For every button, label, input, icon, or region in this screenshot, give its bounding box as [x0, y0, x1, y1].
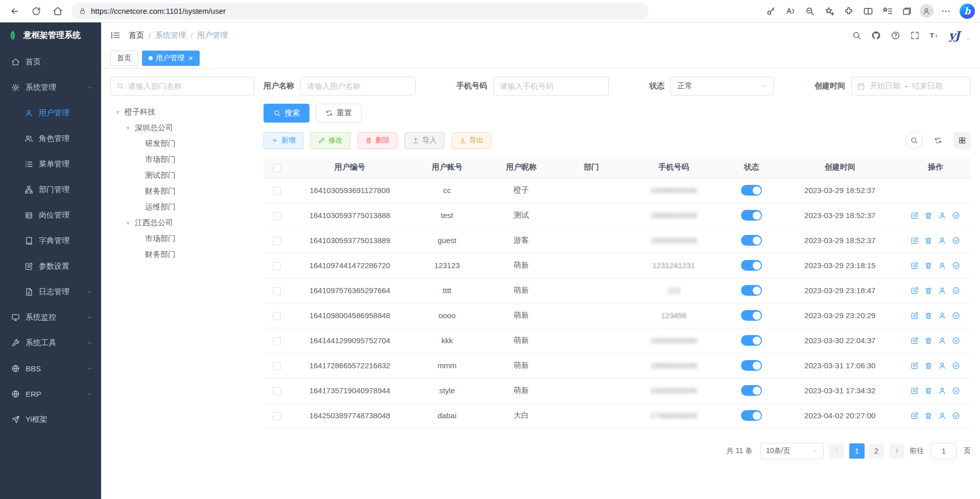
row-checkbox[interactable] — [273, 237, 281, 245]
edit-square-icon[interactable] — [911, 262, 919, 270]
add-favorite-icon[interactable] — [820, 3, 839, 20]
edit-button[interactable]: 修改 — [310, 132, 350, 149]
tree-node[interactable]: ▾深圳总公司 — [110, 120, 254, 136]
breadcrumb-item[interactable]: 首页 — [129, 31, 144, 40]
delete-button[interactable]: 删除 — [357, 132, 397, 149]
tree-node[interactable]: ▾研发部门 — [110, 136, 254, 152]
tree-node[interactable]: ▾市场部门 — [110, 231, 254, 247]
trash-icon[interactable] — [924, 387, 933, 395]
edit-square-icon[interactable] — [911, 287, 919, 295]
read-aloud-icon[interactable] — [781, 3, 800, 20]
row-checkbox[interactable] — [273, 262, 281, 270]
trash-icon[interactable] — [924, 262, 933, 270]
tab-item[interactable]: 首页 — [110, 51, 138, 66]
status-toggle[interactable] — [741, 310, 762, 321]
tree-node[interactable]: ▾测试部门 — [110, 168, 254, 183]
split-screen-icon[interactable] — [858, 3, 878, 20]
status-toggle[interactable] — [741, 185, 762, 196]
sidebar-item[interactable]: 部门管理 — [0, 177, 101, 202]
breadcrumb-item[interactable]: 系统管理 — [155, 31, 186, 40]
edit-square-icon[interactable] — [911, 337, 919, 345]
favorites-icon[interactable] — [878, 3, 897, 20]
trash-icon[interactable] — [924, 337, 933, 345]
menu-fold-icon[interactable] — [110, 30, 121, 40]
home-icon[interactable] — [48, 3, 67, 20]
tab-close-icon[interactable]: × — [188, 54, 193, 62]
edit-square-icon[interactable] — [911, 412, 919, 420]
page-button[interactable]: 1 — [849, 443, 865, 459]
breadcrumb-item[interactable]: 用户管理 — [197, 31, 228, 40]
sidebar-item[interactable]: 参数设置 — [0, 253, 101, 279]
username-input[interactable] — [300, 77, 416, 96]
prev-page-button[interactable] — [829, 443, 844, 459]
user-key-icon[interactable] — [938, 387, 946, 395]
user-key-icon[interactable] — [938, 287, 946, 295]
reload-icon[interactable] — [27, 3, 46, 20]
edit-square-icon[interactable] — [911, 211, 919, 220]
status-toggle[interactable] — [741, 360, 762, 371]
user-key-icon[interactable] — [938, 262, 946, 270]
font-size-icon[interactable]: TT — [929, 31, 939, 40]
sidebar-item[interactable]: ERP — [0, 381, 101, 407]
sidebar-item[interactable]: BBS — [0, 355, 101, 381]
check-circle-icon[interactable] — [952, 211, 960, 220]
sidebar-item[interactable]: 菜单管理 — [0, 151, 101, 177]
tree-node[interactable]: ▾财务部门 — [110, 247, 254, 263]
status-toggle[interactable] — [741, 385, 762, 396]
github-icon[interactable] — [871, 31, 881, 40]
status-select[interactable]: 正常 — [671, 77, 774, 96]
sidebar-item[interactable]: 系统管理 — [0, 75, 101, 100]
status-toggle[interactable] — [741, 410, 762, 421]
address-bar[interactable]: https://ccnetcore.com:1101/system/user — [71, 3, 649, 19]
check-circle-icon[interactable] — [952, 262, 960, 270]
row-checkbox[interactable] — [273, 287, 281, 295]
sidebar-item[interactable]: 首页 — [0, 49, 101, 75]
tree-node[interactable]: ▾市场部门 — [110, 152, 254, 168]
extensions-icon[interactable] — [839, 3, 858, 20]
trash-icon[interactable] — [924, 287, 933, 295]
import-button[interactable]: 导入 — [404, 132, 444, 149]
reset-button[interactable]: 重置 — [316, 104, 362, 123]
trash-icon[interactable] — [924, 312, 933, 320]
trash-icon[interactable] — [924, 236, 933, 245]
row-checkbox[interactable] — [273, 387, 281, 395]
edit-square-icon[interactable] — [911, 312, 919, 320]
status-toggle[interactable] — [741, 335, 762, 346]
sidebar-item[interactable]: 日志管理 — [0, 279, 101, 304]
status-toggle[interactable] — [741, 235, 762, 246]
trash-icon[interactable] — [924, 412, 933, 420]
sidebar-item[interactable]: Yi框架 — [0, 407, 101, 432]
refresh-icon[interactable] — [929, 132, 947, 149]
user-key-icon[interactable] — [938, 412, 946, 420]
tab-item[interactable]: 用户管理× — [142, 51, 200, 66]
sidebar-item[interactable]: 角色管理 — [0, 126, 101, 151]
user-key-icon[interactable] — [938, 362, 946, 370]
sidebar-item[interactable]: 字典管理 — [0, 228, 101, 253]
avatar[interactable]: yJ — [949, 29, 960, 42]
date-range-picker[interactable]: 开始日期 - 结束日期 — [851, 77, 971, 96]
user-key-icon[interactable] — [938, 312, 946, 320]
back-icon[interactable] — [5, 3, 25, 20]
row-checkbox[interactable] — [273, 212, 281, 220]
grid-icon[interactable] — [953, 132, 971, 149]
tree-node[interactable]: ▾橙子科技 — [110, 104, 254, 120]
row-checkbox[interactable] — [273, 312, 281, 320]
search-button[interactable]: 搜索 — [264, 104, 309, 123]
edit-square-icon[interactable] — [911, 387, 919, 395]
page-button[interactable]: 2 — [869, 443, 884, 459]
search-icon[interactable] — [905, 132, 923, 149]
sidebar-item[interactable]: 系统监控 — [0, 304, 101, 330]
search-icon[interactable] — [852, 31, 862, 40]
more-icon[interactable] — [936, 3, 955, 20]
page-size-select[interactable]: 10条/页 — [760, 443, 824, 459]
check-circle-icon[interactable] — [952, 412, 960, 420]
user-key-icon[interactable] — [938, 211, 946, 220]
export-button[interactable]: 导出 — [451, 132, 491, 149]
key-icon[interactable] — [761, 3, 781, 20]
check-circle-icon[interactable] — [952, 337, 960, 345]
add-button[interactable]: 新增 — [264, 132, 303, 149]
tree-node[interactable]: ▾财务部门 — [110, 183, 254, 199]
sidebar-item[interactable]: 用户管理 — [0, 100, 101, 126]
help-icon[interactable] — [891, 31, 900, 40]
phone-input[interactable] — [493, 77, 609, 96]
